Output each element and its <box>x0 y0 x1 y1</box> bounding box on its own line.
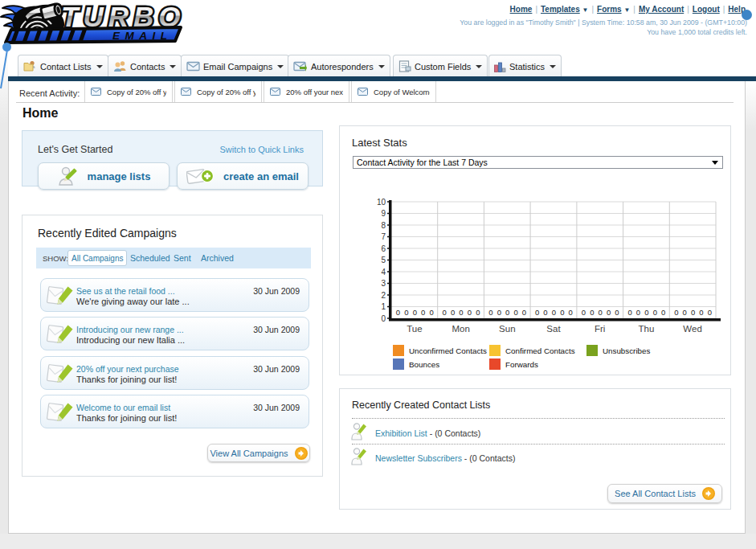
svg-text:0: 0 <box>691 308 695 317</box>
svg-text:0: 0 <box>421 308 425 317</box>
svg-text:Confirmed Contacts: Confirmed Contacts <box>505 346 575 355</box>
svg-text:0: 0 <box>590 308 594 317</box>
svg-text:3: 3 <box>381 279 386 288</box>
svg-text:0: 0 <box>615 308 619 317</box>
svg-text:0: 0 <box>535 308 539 317</box>
svg-text:0: 0 <box>607 308 611 317</box>
svg-text:Forwards: Forwards <box>505 360 538 369</box>
svg-text:Sat: Sat <box>546 324 561 334</box>
svg-text:Unsubscribes: Unsubscribes <box>603 346 650 355</box>
svg-text:0: 0 <box>476 308 480 317</box>
svg-text:4: 4 <box>381 268 386 277</box>
svg-text:0: 0 <box>468 308 472 317</box>
svg-text:0: 0 <box>674 308 678 317</box>
svg-text:2: 2 <box>381 291 386 300</box>
svg-text:5: 5 <box>381 256 386 264</box>
svg-text:0: 0 <box>497 308 501 317</box>
svg-text:Unconfirmed Contacts: Unconfirmed Contacts <box>409 346 487 355</box>
svg-text:9: 9 <box>381 209 386 218</box>
svg-text:6: 6 <box>381 244 386 253</box>
svg-text:Wed: Wed <box>683 324 701 334</box>
svg-text:0: 0 <box>396 308 400 317</box>
svg-text:1: 1 <box>381 302 386 311</box>
svg-text:0: 0 <box>699 308 703 317</box>
svg-text:Fri: Fri <box>595 324 605 334</box>
svg-text:0: 0 <box>443 308 447 317</box>
svg-text:0: 0 <box>644 308 648 317</box>
svg-text:7: 7 <box>381 232 386 241</box>
svg-text:0: 0 <box>636 308 640 317</box>
svg-text:0: 0 <box>522 308 526 317</box>
svg-text:0: 0 <box>683 308 687 317</box>
svg-text:0: 0 <box>413 308 417 317</box>
svg-text:Sun: Sun <box>499 324 515 334</box>
svg-text:Mon: Mon <box>452 324 469 334</box>
svg-text:0: 0 <box>599 308 603 317</box>
svg-text:10: 10 <box>377 198 386 207</box>
svg-text:0: 0 <box>488 308 492 317</box>
svg-text:0: 0 <box>708 308 712 317</box>
svg-text:0: 0 <box>459 308 463 317</box>
svg-text:Bounces: Bounces <box>409 360 439 369</box>
svg-text:0: 0 <box>582 308 586 317</box>
svg-text:0: 0 <box>653 308 657 317</box>
svg-text:0: 0 <box>661 308 665 317</box>
svg-text:0: 0 <box>552 308 556 317</box>
svg-text:Thu: Thu <box>638 324 654 334</box>
svg-text:0: 0 <box>560 308 564 317</box>
svg-text:0: 0 <box>505 308 509 317</box>
svg-text:0: 0 <box>451 308 455 317</box>
svg-text:0: 0 <box>429 308 433 317</box>
svg-text:EMAIL: EMAIL <box>112 30 173 42</box>
svg-text:0: 0 <box>627 308 631 317</box>
svg-text:0: 0 <box>381 314 386 323</box>
svg-text:Tue: Tue <box>407 324 422 334</box>
svg-text:0: 0 <box>404 308 408 317</box>
svg-text:0: 0 <box>543 308 547 317</box>
svg-text:0: 0 <box>513 308 517 317</box>
svg-text:8: 8 <box>381 221 386 230</box>
svg-text:0: 0 <box>569 308 573 317</box>
